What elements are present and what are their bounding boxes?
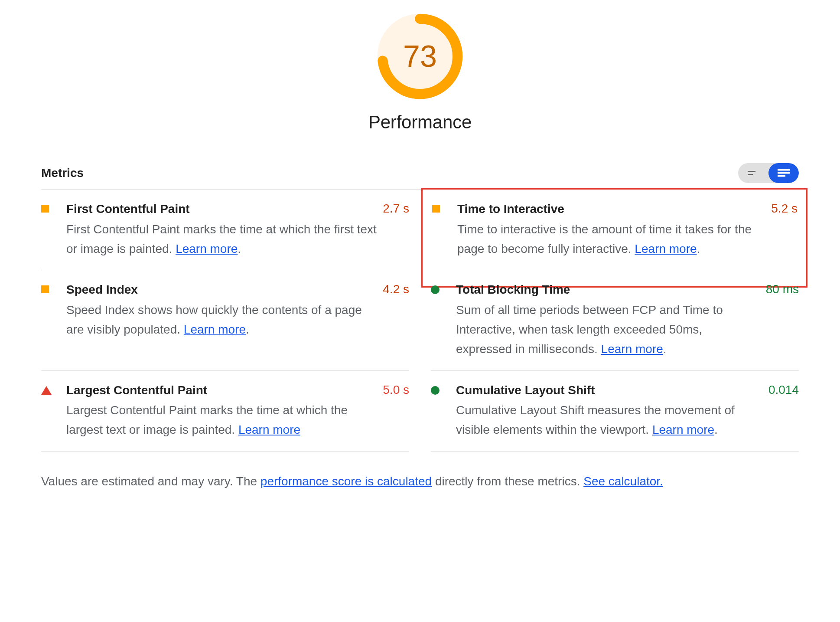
metric-description-period: . <box>238 242 241 255</box>
metric-description-period: . <box>246 323 249 336</box>
expand-icon <box>778 169 790 177</box>
metric-description-text: Largest Contentful Paint marks the time … <box>66 403 348 436</box>
metric-body: Time to InteractiveTime to interactive i… <box>457 201 771 259</box>
svg-rect-5 <box>778 169 790 171</box>
metric-title: Total Blocking Time <box>456 282 761 298</box>
performance-gauge: 73 Performance <box>41 13 799 133</box>
gauge-score-value: 73 <box>377 13 463 100</box>
svg-rect-7 <box>778 175 785 177</box>
metric-cls: Cumulative Layout ShiftCumulative Layout… <box>431 371 799 452</box>
metric-title: First Contentful Paint <box>66 201 378 217</box>
metric-body: Speed IndexSpeed Index shows how quickly… <box>66 282 383 339</box>
metric-status-icon <box>431 382 456 395</box>
footnote: Values are estimated and may vary. The p… <box>41 472 799 491</box>
metric-value: 2.7 s <box>383 201 409 216</box>
toggle-expand-button[interactable] <box>768 163 799 183</box>
metric-description-period: . <box>697 242 700 255</box>
metric-description: Time to interactive is the amount of tim… <box>457 220 766 259</box>
metric-fcp: First Contentful PaintFirst Contentful P… <box>41 190 409 270</box>
metric-title: Cumulative Layout Shift <box>456 382 763 399</box>
score-gauge: 73 <box>377 13 463 100</box>
description-toggle[interactable] <box>738 163 799 183</box>
learn-more-link[interactable]: Learn more <box>176 242 238 255</box>
metric-description: Largest Contentful Paint marks the time … <box>66 401 378 440</box>
metric-status-icon <box>41 282 66 293</box>
category-title: Performance <box>368 112 472 133</box>
svg-rect-4 <box>748 174 753 175</box>
metric-value: 5.0 s <box>383 382 409 397</box>
circle-pass-icon <box>431 285 440 294</box>
metric-description: Speed Index shows how quickly the conten… <box>66 301 378 340</box>
svg-rect-3 <box>748 171 755 172</box>
metric-description-text: Time to interactive is the amount of tim… <box>457 223 752 255</box>
footnote-middle: directly from these metrics. <box>432 475 583 488</box>
learn-more-link[interactable]: Learn more <box>601 342 663 356</box>
metric-value: 80 ms <box>766 282 799 296</box>
metric-description-period: . <box>663 342 667 356</box>
metric-tbt: Total Blocking TimeSum of all time perio… <box>431 270 799 370</box>
metric-description-text: Sum of all time periods between FCP and … <box>456 303 723 356</box>
metric-description: Cumulative Layout Shift measures the mov… <box>456 401 763 440</box>
metric-body: Largest Contentful PaintLargest Contentf… <box>66 382 383 440</box>
metric-description: Sum of all time periods between FCP and … <box>456 301 761 359</box>
footnote-link-calculated[interactable]: performance score is calculated <box>260 475 432 488</box>
metric-status-icon <box>41 201 66 213</box>
learn-more-link[interactable]: Learn more <box>238 423 300 436</box>
learn-more-link[interactable]: Learn more <box>184 323 246 336</box>
toggle-collapse-button[interactable] <box>738 163 768 183</box>
metric-lcp: Largest Contentful PaintLargest Contentf… <box>41 371 409 452</box>
metric-value: 0.014 <box>768 382 799 397</box>
metric-description: First Contentful Paint marks the time at… <box>66 220 378 259</box>
metric-status-icon <box>431 282 456 294</box>
metric-si: Speed IndexSpeed Index shows how quickly… <box>41 270 409 370</box>
metric-body: Total Blocking TimeSum of all time perio… <box>456 282 766 359</box>
square-average-icon <box>41 285 49 293</box>
metric-value: 5.2 s <box>771 201 798 216</box>
metric-description-period: . <box>714 423 718 436</box>
metric-value: 4.2 s <box>383 282 409 296</box>
metric-title: Time to Interactive <box>457 201 766 217</box>
metrics-heading: Metrics <box>41 166 84 180</box>
collapse-icon <box>748 170 759 176</box>
metric-status-icon <box>432 201 457 213</box>
metric-title: Largest Contentful Paint <box>66 382 378 399</box>
footnote-prefix: Values are estimated and may vary. The <box>41 475 260 488</box>
metric-body: First Contentful PaintFirst Contentful P… <box>66 201 383 259</box>
metric-body: Cumulative Layout ShiftCumulative Layout… <box>456 382 768 440</box>
triangle-fail-icon <box>41 386 52 395</box>
square-average-icon <box>432 205 440 213</box>
metric-title: Speed Index <box>66 282 378 298</box>
square-average-icon <box>41 205 49 213</box>
svg-rect-6 <box>778 172 790 174</box>
circle-pass-icon <box>431 386 440 395</box>
learn-more-link[interactable]: Learn more <box>652 423 714 436</box>
metric-status-icon <box>41 382 66 395</box>
learn-more-link[interactable]: Learn more <box>635 242 697 255</box>
footnote-link-calculator[interactable]: See calculator. <box>583 475 663 488</box>
